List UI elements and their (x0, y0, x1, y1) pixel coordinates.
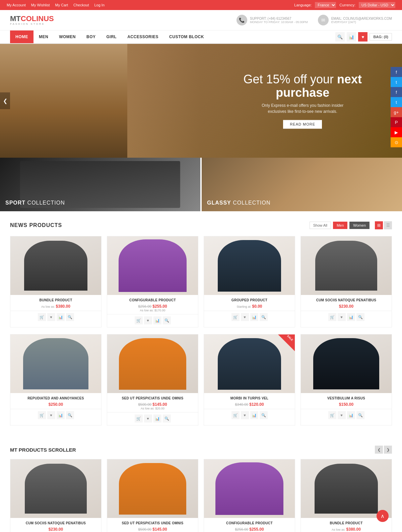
social-twitter-btn[interactable]: t (391, 77, 402, 87)
hero-content: Get 15% off your next purchase Only Expr… (243, 73, 362, 129)
quickview-icon[interactable]: 🔍 (163, 414, 171, 423)
wishlist-icon[interactable]: ♥ (47, 313, 55, 321)
filter-show-all[interactable]: Show All (310, 222, 331, 229)
wishlist-icon[interactable]: ♥ (144, 316, 152, 324)
grid-view-button[interactable]: ⊞ (375, 221, 383, 229)
cart-icon[interactable]: 🛒 (135, 414, 143, 423)
cart-icon[interactable]: 🛒 (231, 313, 240, 321)
nav-right: 🔍 📊 ♥ BAG: (0) (335, 32, 392, 42)
product-image (107, 236, 198, 295)
compare-icon[interactable]: 📊 (153, 414, 161, 423)
compare-button[interactable]: 📊 (347, 32, 356, 42)
price-current: $150.00 (339, 402, 353, 407)
cart-icon[interactable]: 🛒 (38, 313, 46, 321)
currency-select[interactable]: US Dollar - USD (359, 2, 395, 8)
nav-item-women[interactable]: WOMEN (54, 30, 81, 43)
cart-icon[interactable]: 🛒 (328, 313, 336, 321)
compare-icon[interactable]: 📊 (57, 411, 65, 419)
social-pinterest-btn[interactable]: P (391, 117, 402, 127)
product-price: $230.00 (14, 527, 98, 532)
top-bar-settings: Language: France Currency: US Dollar - U… (294, 2, 395, 8)
my-wishlist-link[interactable]: My Wishlist (31, 3, 50, 7)
cart-icon[interactable]: 🛒 (135, 316, 143, 324)
quickview-icon[interactable]: 🔍 (356, 313, 364, 321)
compare-icon[interactable]: 📊 (57, 313, 65, 321)
quickview-icon[interactable]: 🔍 (356, 411, 364, 419)
compare-icon[interactable]: 📊 (250, 313, 258, 321)
price-as-low: As low as: $20.00 (111, 407, 195, 410)
social-twitter2-btn[interactable]: t (391, 97, 402, 107)
glassy-collection-banner[interactable]: GLASSY COLLECTION (202, 158, 402, 211)
compare-icon[interactable]: 📊 (153, 316, 161, 324)
product-card-vestibulum: VESTIBULUM A RISUS $150.00 🛒 ♥ 📊 🔍 (300, 334, 392, 426)
header-contact: 📞 SUPPORT: (+84) 61234567 MONDAY TO FRID… (237, 15, 392, 25)
wishlist-icon[interactable]: ♥ (47, 411, 55, 419)
product-price: $230.00 (304, 304, 388, 309)
list-view-button[interactable]: ☰ (384, 221, 392, 229)
social-youtube-btn[interactable]: ▶ (391, 127, 402, 137)
email-label: EMAIL: colinus@arexworks.com (331, 17, 392, 20)
product-actions: 🛒 ♥ 📊 🔍 (10, 311, 101, 324)
social-rss-btn[interactable]: ⊙ (391, 137, 402, 147)
bag-button[interactable]: BAG: (0) (370, 33, 392, 41)
price-current: $145.00 (152, 527, 167, 532)
nav-item-men[interactable]: MEN (34, 30, 54, 43)
sport-collection-banner[interactable]: SPORT COLLECTION (0, 158, 200, 211)
product-name: GROUPED PRODUCT (207, 298, 291, 302)
price-original: $256.00 (138, 304, 151, 308)
product-card-bundle: BUNDLE PRODUCT As low as: $380.00 🛒 ♥ 📊 … (10, 236, 102, 327)
scroller-grid: CUM SOCIIS NATOQUE PENATIBUS $230.00 SED… (10, 459, 392, 532)
compare-icon[interactable]: 📊 (250, 411, 258, 419)
wishlist-icon[interactable]: ♥ (241, 313, 249, 321)
price-original: $256.00 (235, 527, 248, 531)
compare-icon[interactable]: 📊 (347, 411, 355, 419)
social-facebook-btn[interactable]: f (391, 67, 402, 77)
search-button[interactable]: 🔍 (335, 32, 345, 42)
quickview-icon[interactable]: 🔍 (260, 313, 268, 321)
wishlist-icon[interactable]: ♥ (338, 411, 346, 419)
nav-item-girl[interactable]: GIRL (101, 30, 122, 43)
language-select[interactable]: France (315, 2, 336, 8)
product-image (107, 334, 198, 393)
product-card-configurable: CONFIGURABLE PRODUCT $256.00 $255.00 As … (107, 236, 198, 327)
scroller-prev-button[interactable]: ❮ (375, 446, 383, 454)
checkout-link[interactable]: Checkout (73, 3, 89, 7)
social-facebook2-btn[interactable]: f (391, 87, 402, 97)
hero-read-more-button[interactable]: Read More (283, 120, 322, 129)
logo[interactable]: MTCOLINUS FASHION STORE (10, 15, 54, 25)
my-account-link[interactable]: My Account (7, 3, 26, 7)
quickview-icon[interactable]: 🔍 (163, 316, 171, 324)
filter-women[interactable]: Women (349, 222, 370, 229)
cart-icon[interactable]: 🛒 (38, 411, 46, 419)
scroller-navigation: ❮ ❯ (375, 446, 392, 454)
product-image (301, 459, 392, 518)
scroll-to-top-button[interactable]: ∧ (377, 510, 389, 522)
product-price: $340.00 $120.00 (207, 402, 291, 407)
nav-item-home[interactable]: HOME (10, 30, 34, 43)
section-title: NEWS PRODUCTS (10, 222, 62, 228)
wishlist-button[interactable]: ♥ (358, 32, 367, 42)
log-in-link[interactable]: Log In (94, 3, 105, 7)
quickview-icon[interactable]: 🔍 (66, 313, 74, 321)
my-cart-link[interactable]: My Cart (55, 3, 68, 7)
product-image (10, 334, 101, 393)
quickview-icon[interactable]: 🔍 (260, 411, 268, 419)
nav-item-accessories[interactable]: ACCESSORIES (122, 30, 164, 43)
quickview-icon[interactable]: 🔍 (66, 411, 74, 419)
wishlist-icon[interactable]: ♥ (144, 414, 152, 423)
wishlist-icon[interactable]: ♥ (241, 411, 249, 419)
cart-icon[interactable]: 🛒 (231, 411, 240, 419)
filter-men[interactable]: Men (333, 222, 347, 229)
price-current: $120.00 (249, 402, 264, 407)
compare-icon[interactable]: 📊 (347, 313, 355, 321)
product-info: SED UT PERSPICIATIS UNDE OMNIS $500.00 $… (107, 518, 198, 532)
social-googleplus-btn[interactable]: g+ (391, 107, 402, 117)
product-image (301, 334, 392, 393)
nav-item-boy[interactable]: BOY (81, 30, 101, 43)
site-header: MTCOLINUS FASHION STORE 📞 SUPPORT: (+84)… (0, 10, 402, 30)
wishlist-icon[interactable]: ♥ (338, 313, 346, 321)
nav-item-custom-block[interactable]: CUSTOM BLOCK (164, 30, 209, 43)
hero-prev-button[interactable]: ❮ (0, 92, 10, 109)
scroller-next-button[interactable]: ❯ (384, 446, 392, 454)
cart-icon[interactable]: 🛒 (328, 411, 336, 419)
